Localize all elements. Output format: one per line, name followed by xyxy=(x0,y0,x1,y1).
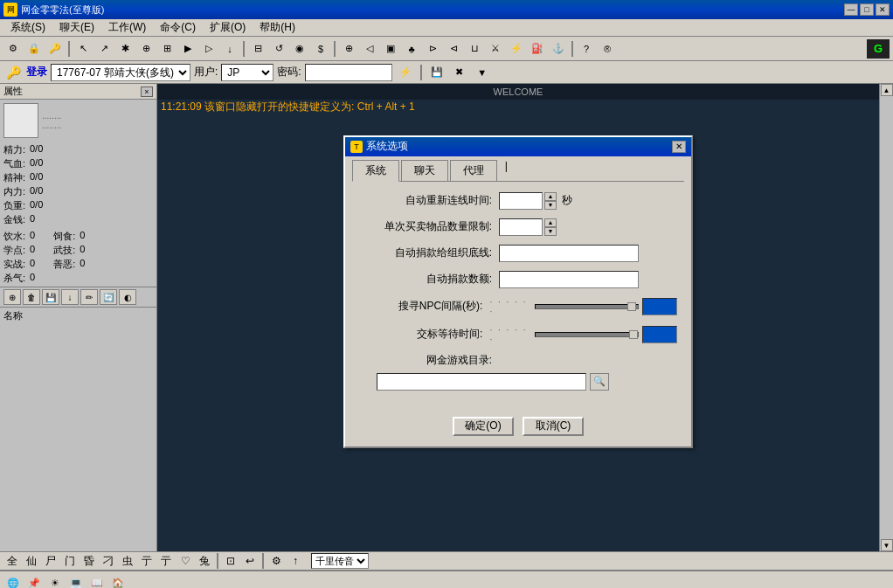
connect-button[interactable]: ⚡ xyxy=(396,63,415,82)
toolbar-btn-b4[interactable]: $ xyxy=(311,39,330,59)
left-panel-close[interactable]: × xyxy=(141,86,153,97)
toolbar-btn-c8[interactable]: ⚔ xyxy=(486,39,505,59)
toolbar-btn-c3[interactable]: ▣ xyxy=(381,39,400,59)
menu-system[interactable]: 系统(S) xyxy=(3,18,52,37)
toolbar-btn-d2[interactable]: ® xyxy=(598,39,617,59)
toolbar-btn-key[interactable]: 🔑 xyxy=(45,39,65,59)
dialog-tab-proxy[interactable]: 代理 xyxy=(450,160,497,181)
buylimit-down[interactable]: ▼ xyxy=(544,227,557,236)
bottom-btn-chong[interactable]: 虫 xyxy=(119,553,136,569)
toolbar-btn-b2[interactable]: ↺ xyxy=(269,39,288,59)
buylimit-input[interactable]: 200 xyxy=(499,218,543,236)
server-select[interactable]: 17767-07 郭靖大侠(多线) xyxy=(51,64,190,81)
dialog-tab-chat[interactable]: 聊天 xyxy=(401,160,448,181)
trade-slider-track[interactable] xyxy=(535,332,639,337)
toolbar-btn-a7[interactable]: ▷ xyxy=(199,39,218,59)
toolbar-btn-1[interactable]: ⚙ xyxy=(3,39,23,59)
npc-interval-input[interactable]: 10 xyxy=(642,298,677,315)
cancel-button[interactable]: 取消(C) xyxy=(523,417,584,436)
npc-slider-thumb[interactable] xyxy=(627,302,636,311)
dialog-close-button[interactable]: ✕ xyxy=(672,141,686,153)
reconnect-spin-btns[interactable]: ▲ ▼ xyxy=(544,192,557,210)
bottom-btn-hun[interactable]: 昏 xyxy=(80,553,98,569)
dir-input[interactable]: D:\上传文件\17767-JYJP\ xyxy=(377,373,586,391)
user-select[interactable]: JP xyxy=(221,64,273,81)
bottom-btn-ting2[interactable]: 亍 xyxy=(157,553,175,569)
menu-work[interactable]: 工作(W) xyxy=(101,18,153,37)
panel-btn-7[interactable]: ◐ xyxy=(119,289,136,305)
panel-btn-3[interactable]: 💾 xyxy=(42,289,59,305)
bottom-btn-diao[interactable]: 刁 xyxy=(100,553,117,569)
menu-help[interactable]: 帮助(H) xyxy=(253,18,302,37)
trade-wait-input[interactable]: 150 xyxy=(642,326,677,343)
scroll-up-button[interactable]: ▲ xyxy=(881,84,893,96)
bottom-btn-tu[interactable]: 兔 xyxy=(196,553,213,569)
delete-button[interactable]: ✖ xyxy=(450,63,469,82)
panel-btn-4[interactable]: ↓ xyxy=(61,289,79,305)
bottom-btn-quan[interactable]: 全 xyxy=(3,553,21,569)
reconnect-down[interactable]: ▼ xyxy=(544,201,557,210)
bottom-btn-heart[interactable]: ♡ xyxy=(177,553,194,569)
toolbar-btn-b1[interactable]: ⊟ xyxy=(248,39,267,59)
close-button[interactable]: ✕ xyxy=(876,3,890,16)
donate-amount-input[interactable]: 1000000 xyxy=(499,271,639,288)
menu-chat[interactable]: 聊天(E) xyxy=(52,18,101,37)
toolbar-btn-c7[interactable]: ⊔ xyxy=(465,39,484,59)
npc-slider-track[interactable] xyxy=(535,304,639,309)
panel-btn-5[interactable]: ✏ xyxy=(80,289,98,305)
password-input[interactable] xyxy=(305,64,392,81)
bottom-btn-ting[interactable]: 亍 xyxy=(138,553,156,569)
bottom-btn-up[interactable]: ↑ xyxy=(287,553,304,569)
toolbar-g-icon[interactable]: G xyxy=(867,39,890,59)
bi-btn-5[interactable]: 📖 xyxy=(87,574,107,589)
panel-btn-1[interactable]: ⊕ xyxy=(3,289,21,305)
maximize-button[interactable]: □ xyxy=(860,3,874,16)
toolbar-btn-a6[interactable]: ▶ xyxy=(178,39,197,59)
toolbar-btn-c4[interactable]: ♣ xyxy=(402,39,421,59)
bottom-btn-undo[interactable]: ↩ xyxy=(241,553,259,569)
bottom-btn-xian[interactable]: 仙 xyxy=(23,553,40,569)
dropdown-button[interactable]: ▼ xyxy=(473,63,492,82)
bottom-channel-select[interactable]: 千里传音 xyxy=(311,553,369,569)
donate-floor-input[interactable]: 5000000 xyxy=(499,245,639,262)
bottom-btn-gear[interactable]: ⚙ xyxy=(267,553,285,569)
login-icon[interactable]: 🔑 xyxy=(3,63,23,82)
bi-btn-1[interactable]: 🌐 xyxy=(3,574,23,589)
toolbar-btn-c2[interactable]: ◁ xyxy=(360,39,379,59)
buylimit-up[interactable]: ▲ xyxy=(544,218,557,227)
toolbar-btn-a3[interactable]: ✱ xyxy=(115,39,135,59)
trade-slider-thumb[interactable] xyxy=(629,330,638,339)
menu-command[interactable]: 命令(C) xyxy=(153,18,203,37)
reconnect-up[interactable]: ▲ xyxy=(544,192,557,201)
dialog-tab-system[interactable]: 系统 xyxy=(352,160,399,182)
save-button[interactable]: 💾 xyxy=(427,63,446,82)
bi-btn-4[interactable]: 💻 xyxy=(66,574,86,589)
panel-btn-2[interactable]: 🗑 xyxy=(23,289,40,305)
toolbar-btn-c9[interactable]: ⚡ xyxy=(507,39,526,59)
menu-extend[interactable]: 扩展(O) xyxy=(203,18,253,37)
bi-btn-6[interactable]: 🏠 xyxy=(108,574,128,589)
toolbar-btn-c1[interactable]: ⊕ xyxy=(339,39,358,59)
toolbar-btn-c5[interactable]: ⊳ xyxy=(423,39,442,59)
bi-btn-3[interactable]: ☀ xyxy=(45,574,65,589)
title-bar-controls[interactable]: — □ ✕ xyxy=(844,3,890,16)
toolbar-btn-lock[interactable]: 🔒 xyxy=(24,39,44,59)
toolbar-btn-cb[interactable]: ⚓ xyxy=(549,39,568,59)
toolbar-btn-a8[interactable]: ↓ xyxy=(220,39,239,59)
toolbar-btn-a1[interactable]: ↖ xyxy=(73,39,93,59)
reconnect-input[interactable]: 15 xyxy=(499,192,543,210)
dir-browse-button[interactable]: 🔍 xyxy=(590,373,609,391)
bottom-btn-shi[interactable]: 尸 xyxy=(42,553,59,569)
minimize-button[interactable]: — xyxy=(844,3,858,16)
toolbar-btn-b3[interactable]: ◉ xyxy=(290,39,309,59)
scroll-down-button[interactable]: ▼ xyxy=(881,539,893,551)
toolbar-btn-a4[interactable]: ⊕ xyxy=(136,39,156,59)
toolbar-btn-c6[interactable]: ⊲ xyxy=(444,39,463,59)
ok-button[interactable]: 确定(O) xyxy=(453,417,514,436)
toolbar-btn-a2[interactable]: ↗ xyxy=(94,39,114,59)
bottom-btn-men[interactable]: 门 xyxy=(61,553,79,569)
bi-btn-2[interactable]: 📌 xyxy=(24,574,44,589)
toolbar-btn-ca[interactable]: ⛽ xyxy=(528,39,547,59)
buylimit-spin-btns[interactable]: ▲ ▼ xyxy=(544,218,557,236)
toolbar-btn-a5[interactable]: ⊞ xyxy=(157,39,177,59)
